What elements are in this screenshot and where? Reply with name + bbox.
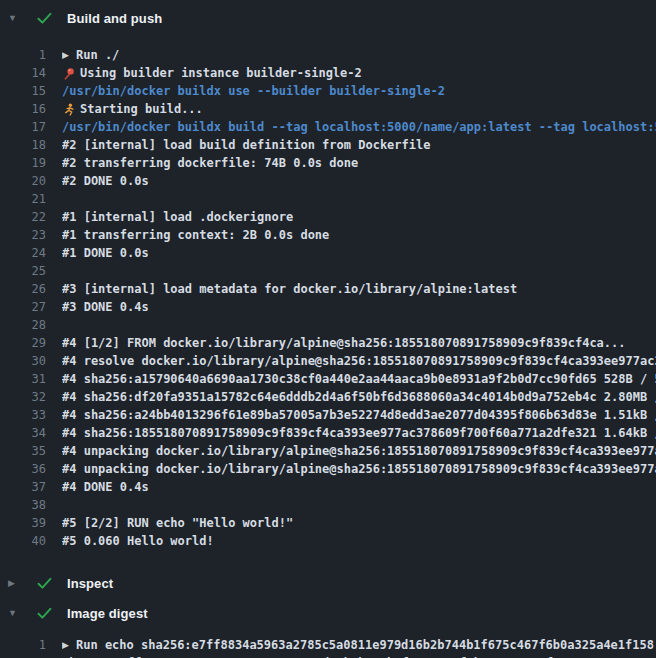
log-line-content: ▶Run ./ <box>62 46 656 64</box>
log-line-content: #2 DONE 0.0s <box>62 172 656 190</box>
log-text: #4 sha256:a24bb4013296f61e89ba57005a7b3e… <box>62 406 656 424</box>
log-text: #4 sha256:a15790640a6690aa1730c38cf0a440… <box>62 370 656 388</box>
log-line-content <box>62 262 656 280</box>
log-line-content: #4 sha256:185518070891758909c9f839cf4ca3… <box>62 424 656 442</box>
check-icon <box>37 12 52 25</box>
log-line-content: #4 sha256:a15790640a6690aa1730c38cf0a440… <box>62 370 656 388</box>
log-section-build-and-push: ▼Build and push1▶Run ./14Using builder i… <box>0 0 656 558</box>
log-line: 34#4 sha256:185518070891758909c9f839cf4c… <box>0 424 656 442</box>
log-text: #2 [internal] load build definition from… <box>62 136 430 154</box>
log-text: #4 DONE 0.4s <box>62 478 149 496</box>
log-line: 21 <box>0 190 656 208</box>
line-number[interactable]: 39 <box>0 514 46 532</box>
line-number[interactable]: 22 <box>0 208 46 226</box>
section-header-image-digest[interactable]: ▼Image digest <box>0 598 656 628</box>
log-command-text: /usr/bin/docker buildx use --builder bui… <box>62 82 445 100</box>
section-log-body: 1▶Run echo sha256:e7ff8834a5963a2785c5a0… <box>0 628 656 658</box>
log-line-content: sha256:e7ff8834a5963a2785c5a0811e979d16b… <box>62 654 656 658</box>
line-number[interactable]: 27 <box>0 298 46 316</box>
log-line: 17/usr/bin/docker buildx build --tag loc… <box>0 118 656 136</box>
line-number[interactable]: 21 <box>0 190 46 208</box>
log-text: #4 unpacking docker.io/library/alpine@sh… <box>62 442 656 460</box>
log-line: 26#3 [internal] load metadata for docker… <box>0 280 656 298</box>
section-header-build-and-push[interactable]: ▼Build and push <box>0 0 656 36</box>
log-line-content: /usr/bin/docker buildx build --tag local… <box>62 118 656 136</box>
log-text: #4 sha256:df20fa9351a15782c64e6dddb2d4a6… <box>62 388 656 406</box>
section-log-body: 1▶Run ./14Using builder instance builder… <box>0 36 656 558</box>
log-line-content: #1 [internal] load .dockerignore <box>62 208 656 226</box>
line-number[interactable]: 25 <box>0 262 46 280</box>
log-line: 19#2 transferring dockerfile: 74B 0.0s d… <box>0 154 656 172</box>
log-line: 20#2 DONE 0.0s <box>0 172 656 190</box>
log-line-content: #4 resolve docker.io/library/alpine@sha2… <box>62 352 656 370</box>
line-number[interactable]: 32 <box>0 388 46 406</box>
log-line-content: #4 sha256:a24bb4013296f61e89ba57005a7b3e… <box>62 406 656 424</box>
log-line-content: #1 transferring context: 2B 0.0s done <box>62 226 656 244</box>
line-number[interactable]: 34 <box>0 424 46 442</box>
line-number[interactable]: 24 <box>0 244 46 262</box>
log-line-content <box>62 190 656 208</box>
log-text: #1 [internal] load .dockerignore <box>62 208 293 226</box>
log-line-content <box>62 316 656 334</box>
line-number[interactable]: 26 <box>0 280 46 298</box>
log-line-content: #4 sha256:df20fa9351a15782c64e6dddb2d4a6… <box>62 388 656 406</box>
section-title: Build and push <box>67 11 162 26</box>
line-number[interactable]: 4 <box>0 654 46 658</box>
log-text: #2 DONE 0.0s <box>62 172 149 190</box>
log-line-content: Using builder instance builder-single-2 <box>62 64 656 82</box>
section-header-inspect[interactable]: ▶Inspect <box>0 568 656 598</box>
line-number[interactable]: 16 <box>0 100 46 118</box>
log-text: #4 resolve docker.io/library/alpine@sha2… <box>62 352 656 370</box>
line-number[interactable]: 17 <box>0 118 46 136</box>
log-line-content: /usr/bin/docker buildx use --builder bui… <box>62 82 656 100</box>
log-sections: ▼Build and push1▶Run ./14Using builder i… <box>0 0 656 658</box>
line-number[interactable]: 19 <box>0 154 46 172</box>
log-text: #3 [internal] load metadata for docker.i… <box>62 280 517 298</box>
line-number[interactable]: 20 <box>0 172 46 190</box>
line-number[interactable]: 29 <box>0 334 46 352</box>
line-number[interactable]: 15 <box>0 82 46 100</box>
log-line-content: #3 [internal] load metadata for docker.i… <box>62 280 656 298</box>
log-text: #5 0.060 Hello world! <box>62 532 214 550</box>
log-line: 30#4 resolve docker.io/library/alpine@sh… <box>0 352 656 370</box>
line-number[interactable]: 35 <box>0 442 46 460</box>
log-line: 40#5 0.060 Hello world! <box>0 532 656 550</box>
log-line: 1▶Run ./ <box>0 46 656 64</box>
log-section-image-digest: ▼Image digest1▶Run echo sha256:e7ff8834a… <box>0 598 656 658</box>
chevron-right-icon: ▶ <box>8 579 20 588</box>
expand-log-group-icon[interactable]: ▶ <box>62 636 76 654</box>
chevron-down-icon: ▼ <box>8 14 20 23</box>
line-number[interactable]: 1 <box>0 636 46 654</box>
log-line-content: #3 DONE 0.4s <box>62 298 656 316</box>
log-line-content: Starting build... <box>62 100 656 118</box>
line-number[interactable]: 37 <box>0 478 46 496</box>
log-line: 35#4 unpacking docker.io/library/alpine@… <box>0 442 656 460</box>
expand-log-group-icon[interactable]: ▶ <box>62 46 76 64</box>
line-number[interactable]: 28 <box>0 316 46 334</box>
runner-icon <box>62 103 76 116</box>
log-text: Starting build... <box>80 100 203 118</box>
section-title: Inspect <box>67 576 113 591</box>
line-number[interactable]: 1 <box>0 46 46 64</box>
line-number[interactable]: 23 <box>0 226 46 244</box>
log-line-content: #4 unpacking docker.io/library/alpine@sh… <box>62 442 656 460</box>
log-line: 23#1 transferring context: 2B 0.0s done <box>0 226 656 244</box>
log-line: 18#2 [internal] load build definition fr… <box>0 136 656 154</box>
log-text: #2 transferring dockerfile: 74B 0.0s don… <box>62 154 358 172</box>
line-number[interactable]: 38 <box>0 496 46 514</box>
section-title: Image digest <box>67 606 148 621</box>
log-text: #4 sha256:185518070891758909c9f839cf4ca3… <box>62 424 656 442</box>
log-line: 14Using builder instance builder-single-… <box>0 64 656 82</box>
log-line-content: #2 transferring dockerfile: 74B 0.0s don… <box>62 154 656 172</box>
log-text: #1 transferring context: 2B 0.0s done <box>62 226 329 244</box>
line-number[interactable]: 14 <box>0 64 46 82</box>
line-number[interactable]: 30 <box>0 352 46 370</box>
log-line-content: #5 0.060 Hello world! <box>62 532 656 550</box>
line-number[interactable]: 36 <box>0 460 46 478</box>
line-number[interactable]: 31 <box>0 370 46 388</box>
line-number[interactable]: 18 <box>0 136 46 154</box>
log-line: 36#4 unpacking docker.io/library/alpine@… <box>0 460 656 478</box>
line-number[interactable]: 33 <box>0 406 46 424</box>
line-number[interactable]: 40 <box>0 532 46 550</box>
log-line: 25 <box>0 262 656 280</box>
